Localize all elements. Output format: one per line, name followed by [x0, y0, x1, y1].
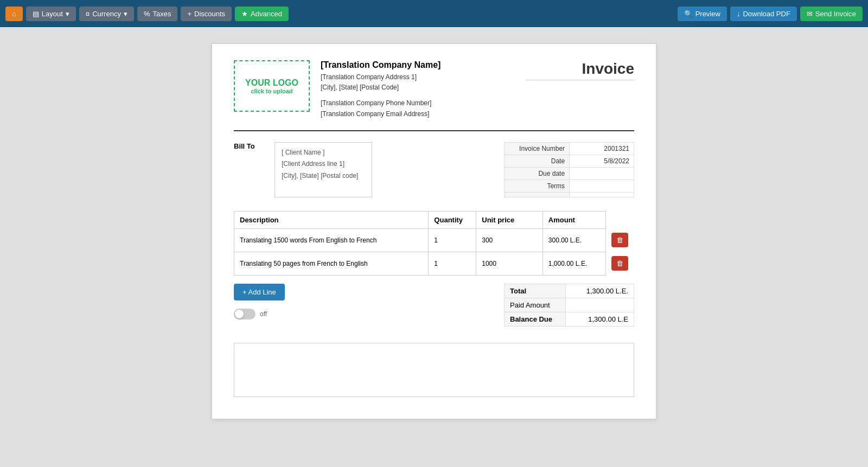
invoice-number-label: Invoice Number	[505, 142, 570, 155]
extra-label-1	[505, 192, 570, 197]
due-date-label: Due date	[505, 167, 570, 180]
advanced-label: Advanced	[251, 10, 282, 18]
header-amount: Amount	[542, 211, 605, 228]
due-date-row: Due date	[505, 167, 634, 180]
toggle-switch[interactable]	[234, 309, 256, 319]
bottom-section: + Add Line off Total 1,300.00 L.E. Paid …	[234, 284, 634, 327]
preview-button[interactable]: 🔍 Preview	[678, 7, 727, 21]
table-row: Translating 50 pages from French to Engl…	[234, 252, 634, 275]
invoice-title-block: Invoice	[526, 60, 634, 80]
balance-due-value: 1,300.00 L.E	[566, 312, 634, 326]
main-area: YOUR LOGO click to upload [Translation C…	[0, 27, 868, 467]
row-1-amount: 1,000.00 L.E.	[542, 252, 605, 275]
row-1-description[interactable]: Translating 50 pages from French to Engl…	[234, 252, 429, 275]
row-1-unit-price[interactable]: 1000	[476, 252, 543, 275]
row-0-quantity[interactable]: 1	[429, 228, 476, 252]
discounts-icon: +	[187, 10, 192, 18]
date-value: 5/8/2022	[570, 155, 634, 167]
advanced-icon: ★	[241, 10, 248, 18]
company-info: [Translation Company Name] [Translation …	[310, 60, 526, 119]
row-0-amount: 300.00 L.E.	[542, 228, 605, 252]
terms-row: Terms	[505, 180, 634, 192]
invoice-header: YOUR LOGO click to upload [Translation C…	[234, 60, 634, 119]
toggle-thumb	[235, 310, 244, 318]
total-label: Total	[505, 284, 566, 298]
company-name: [Translation Company Name]	[321, 60, 526, 70]
table-header-row: Description Quantity Unit price Amount	[234, 211, 634, 228]
layout-button[interactable]: ▤ Layout ▾	[26, 7, 76, 21]
download-button[interactable]: ↓ Download PDF	[730, 7, 797, 21]
trash-icon: 🗑	[616, 259, 623, 267]
header-quantity: Quantity	[429, 211, 476, 228]
discounts-label: Discounts	[194, 10, 225, 18]
home-icon: ⌂	[12, 10, 16, 18]
bill-to-fields[interactable]: [ Client Name ] [Client Address line 1] …	[275, 142, 372, 197]
company-email: [Translation Company Email Address]	[321, 109, 526, 119]
company-city-state: [City], [State] [Postal Code]	[321, 82, 526, 93]
billing-section: Bill To [ Client Name ] [Client Address …	[234, 142, 634, 197]
taxes-button[interactable]: % Taxes	[137, 7, 178, 21]
terms-label: Terms	[505, 180, 570, 192]
invoice-number-value: 2001321	[570, 142, 634, 155]
row-0-unit-price[interactable]: 300	[476, 228, 543, 252]
row-1-quantity[interactable]: 1	[429, 252, 476, 275]
header-action	[605, 211, 634, 228]
home-button[interactable]: ⌂	[5, 7, 23, 21]
line-items-table: Description Quantity Unit price Amount T…	[234, 211, 634, 276]
header-unit-price: Unit price	[476, 211, 543, 228]
download-label: Download PDF	[743, 10, 790, 18]
download-icon: ↓	[737, 10, 741, 18]
preview-label: Preview	[695, 10, 720, 18]
toggle-label: off	[260, 310, 267, 318]
invoice-details-table: Invoice Number 2001321 Date 5/8/2022 Due…	[504, 142, 634, 197]
currency-caret: ▾	[124, 10, 127, 18]
logo-upload-area[interactable]: YOUR LOGO click to upload	[234, 60, 310, 112]
toolbar-right-actions: 🔍 Preview ↓ Download PDF ✉ Send Invoice	[678, 7, 863, 21]
extra-value-1[interactable]	[570, 192, 634, 197]
header-description: Description	[234, 211, 429, 228]
invoice-paper: YOUR LOGO click to upload [Translation C…	[212, 43, 656, 419]
date-row: Date 5/8/2022	[505, 155, 634, 167]
left-bottom: + Add Line off	[234, 284, 285, 319]
bill-to-label: Bill To	[234, 142, 264, 197]
total-value: 1,300.00 L.E.	[566, 284, 634, 298]
send-invoice-button[interactable]: ✉ Send Invoice	[800, 7, 863, 21]
trash-icon: 🗑	[616, 236, 623, 244]
extra-row-1	[505, 192, 634, 197]
delete-row-0-button[interactable]: 🗑	[611, 233, 628, 247]
due-date-value[interactable]	[570, 167, 634, 180]
toggle-area: off	[234, 309, 285, 319]
currency-icon: ¤	[86, 10, 90, 18]
table-row: Translating 1500 words From English to F…	[234, 228, 634, 252]
add-line-label: + Add Line	[242, 288, 276, 296]
toolbar: ⌂ ▤ Layout ▾ ¤ Currency ▾ % Taxes + Disc…	[0, 0, 868, 27]
send-icon: ✉	[807, 10, 813, 18]
paid-amount-label: Paid Amount	[505, 298, 566, 312]
currency-button[interactable]: ¤ Currency ▾	[79, 7, 134, 21]
discounts-button[interactable]: + Discounts	[181, 7, 232, 21]
date-label: Date	[505, 155, 570, 167]
row-0-description[interactable]: Translating 1500 words From English to F…	[234, 228, 429, 252]
layout-caret: ▾	[66, 10, 69, 18]
layout-label: Layout	[42, 10, 63, 18]
paid-amount-row: Paid Amount	[505, 298, 634, 312]
logo-text: YOUR LOGO	[245, 78, 298, 88]
paid-amount-value[interactable]	[566, 298, 634, 312]
delete-row-1-button[interactable]: 🗑	[611, 256, 628, 271]
notes-area[interactable]	[234, 343, 634, 397]
advanced-button[interactable]: ★ Advanced	[235, 7, 289, 21]
layout-icon: ▤	[33, 10, 39, 18]
client-name: [ Client Name ]	[282, 147, 365, 159]
send-label: Send Invoice	[815, 10, 856, 18]
terms-value[interactable]	[570, 180, 634, 192]
company-address1: [Translation Company Address 1]	[321, 72, 526, 82]
bill-to-block: Bill To [ Client Name ] [Client Address …	[234, 142, 372, 197]
header-divider	[234, 130, 634, 131]
add-line-button[interactable]: + Add Line	[234, 284, 285, 300]
client-city-state: [City], [State] [Postal code]	[282, 170, 365, 182]
client-address1: [Client Address line 1]	[282, 158, 365, 170]
row-1-action: 🗑	[605, 252, 634, 275]
taxes-icon: %	[144, 10, 150, 18]
taxes-label: Taxes	[152, 10, 171, 18]
upload-hint: click to upload	[251, 88, 292, 94]
